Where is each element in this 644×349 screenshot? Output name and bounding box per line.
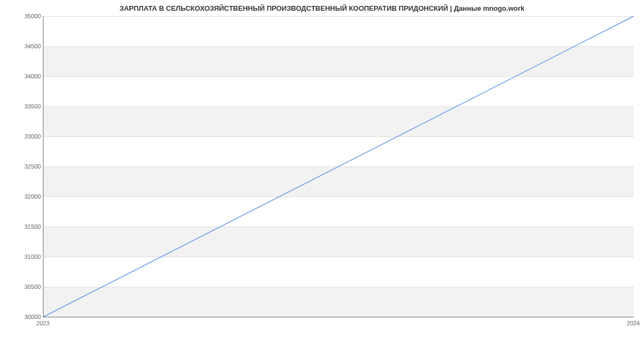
y-tick-label: 32000 [20,193,41,200]
series-line [43,16,634,317]
y-tick-label: 30000 [20,314,41,320]
chart-line-layer [43,16,634,317]
x-tick-label: 2024 [627,320,640,326]
y-tick-label: 31500 [20,223,41,230]
chart-title: ЗАРПЛАТА В СЕЛЬСКОХОЗЯЙСТВЕННЫЙ ПРОИЗВОД… [0,4,644,12]
y-tick-label: 34500 [20,43,41,49]
y-tick-label: 34000 [20,73,41,79]
plot-area [43,16,634,317]
y-tick-label: 33000 [20,133,41,140]
y-tick-label: 31000 [20,253,41,260]
y-tick-label: 33500 [20,103,41,110]
y-tick-label: 32500 [20,163,41,170]
y-tick-label: 30500 [20,283,41,290]
x-tick-label: 2023 [36,320,49,326]
y-tick-label: 35000 [20,13,41,19]
